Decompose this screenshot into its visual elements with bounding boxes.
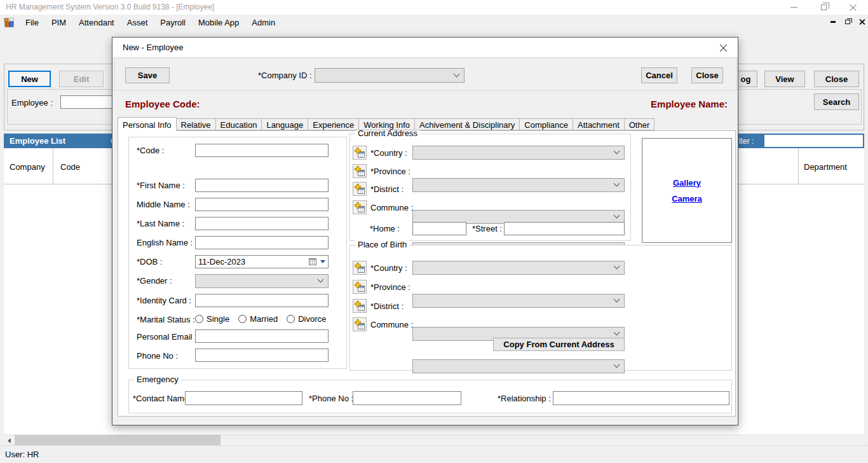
contact-name-input[interactable] [185, 391, 302, 405]
dialog-titlebar[interactable]: New - Employee [112, 38, 738, 57]
add-lookup-button[interactable] [353, 317, 367, 331]
gallery-link[interactable]: Gallery [673, 178, 701, 188]
emergency-phone-input[interactable] [353, 391, 461, 405]
current-province-select[interactable] [412, 178, 625, 192]
add-record-icon [355, 184, 365, 194]
place-of-birth-groupbox: Place of Birth *Country : [349, 245, 732, 371]
search-button[interactable]: Search [814, 93, 859, 110]
country-label: *Country : [370, 148, 407, 158]
horizontal-scrollbar[interactable] [4, 434, 864, 445]
radio-single-label[interactable]: Single [207, 314, 229, 324]
identity-card-label: *Identity Card : [137, 296, 191, 305]
add-record-icon [355, 282, 365, 292]
tab-relative[interactable]: Relative [176, 118, 216, 130]
restore-icon[interactable] [813, 0, 834, 15]
first-name-input[interactable] [195, 179, 329, 192]
tab-experience[interactable]: Experience [308, 118, 359, 130]
calendar-dropdown-icon[interactable] [320, 260, 325, 263]
phone-no-input[interactable] [195, 349, 329, 362]
identity-card-input[interactable] [195, 294, 329, 307]
tab-education[interactable]: Education [215, 118, 262, 130]
dialog-close-button[interactable]: Close [691, 67, 723, 83]
statusbar: User: HR [0, 445, 868, 463]
birth-province-select[interactable] [412, 294, 625, 308]
commune-label: Commune : [370, 203, 413, 212]
middle-name-input[interactable] [195, 198, 329, 211]
menu-item-payroll[interactable]: Payroll [154, 16, 192, 29]
last-name-input[interactable] [195, 217, 329, 230]
tab-compliance[interactable]: Compliance [519, 118, 573, 130]
add-record-icon [355, 148, 365, 158]
radio-married[interactable] [238, 315, 247, 323]
close-icon[interactable] [842, 0, 864, 15]
radio-married-label[interactable]: Married [250, 314, 278, 324]
first-name-label: *First Name : [137, 181, 185, 190]
current-country-select[interactable] [412, 146, 625, 160]
radio-divorce[interactable] [287, 315, 295, 323]
menubar: File PIM Attendant Asset Payroll Mobile … [0, 15, 868, 30]
save-button[interactable]: Save [125, 67, 170, 83]
camera-link[interactable]: Camera [672, 194, 702, 204]
scroll-left-icon[interactable] [4, 435, 15, 446]
minimize-icon[interactable] [783, 0, 804, 15]
chevron-down-icon [454, 71, 460, 77]
window-title: HR Management System Version 3.0 Build 9… [6, 3, 214, 11]
edit-button[interactable]: Edit [59, 71, 104, 87]
birth-country-select[interactable] [412, 261, 625, 275]
column-header-code[interactable]: Code [60, 162, 80, 172]
employee-code-label: Employee Code: [125, 99, 200, 109]
tab-personal-info[interactable]: Personal Info [118, 117, 177, 131]
mdi-minimize-icon[interactable] [828, 17, 837, 27]
menu-item-pim[interactable]: PIM [45, 16, 72, 29]
middle-name-label: Middle Name : [137, 200, 190, 209]
menu-item-file[interactable]: File [19, 16, 45, 29]
copy-from-current-address-button[interactable]: Copy From Current Address [493, 338, 625, 351]
column-header-company[interactable]: Company [10, 162, 45, 172]
tab-language[interactable]: Language [261, 118, 308, 130]
close-button[interactable]: Close [814, 71, 859, 87]
add-lookup-button[interactable] [353, 164, 367, 178]
relationship-input[interactable] [553, 391, 729, 405]
close-icon[interactable] [717, 42, 729, 53]
menu-item-admin[interactable]: Admin [245, 16, 281, 29]
dob-datepicker[interactable]: 11-Dec-2023 [195, 255, 329, 268]
filter-input[interactable] [764, 135, 863, 147]
cancel-button[interactable]: Cancel [641, 67, 677, 83]
radio-single[interactable] [195, 315, 203, 323]
app-window: HR Management System Version 3.0 Build 9… [0, 0, 868, 463]
code-input[interactable] [195, 144, 329, 157]
add-lookup-button[interactable] [353, 299, 367, 313]
mdi-close-icon[interactable] [857, 17, 867, 27]
add-lookup-button[interactable] [353, 182, 367, 196]
personal-email-input[interactable] [195, 329, 329, 343]
menu-item-mobile-app[interactable]: Mobile App [192, 16, 245, 29]
gender-select[interactable] [195, 274, 329, 288]
menu-item-attendant[interactable]: Attendant [72, 16, 121, 29]
column-divider [53, 148, 53, 184]
menu-item-asset[interactable]: Asset [121, 16, 154, 29]
dialog-title: New - Employee [123, 43, 183, 52]
birth-commune-select[interactable] [412, 359, 625, 373]
tab-working-info[interactable]: Working Info [358, 118, 415, 130]
add-lookup-button[interactable] [353, 261, 367, 275]
english-name-input[interactable] [195, 236, 329, 249]
column-header-department[interactable]: Department [804, 162, 847, 172]
chevron-down-icon [614, 329, 620, 336]
add-record-icon [355, 166, 365, 176]
add-lookup-button[interactable] [353, 200, 367, 214]
tab-other[interactable]: Other [624, 118, 655, 130]
company-id-select[interactable] [315, 68, 465, 83]
tab-achivement-disciplinary[interactable]: Achivement & Disciplinary [414, 118, 520, 130]
radio-divorce-label[interactable]: Divorce [298, 314, 326, 324]
tab-attachment[interactable]: Attachment [573, 118, 625, 130]
employee-search-input[interactable] [60, 95, 114, 109]
street-input[interactable] [504, 222, 625, 235]
scrollbar-thumb[interactable] [15, 435, 220, 446]
add-lookup-button[interactable] [353, 280, 367, 294]
main-titlebar[interactable]: HR Management System Version 3.0 Build 9… [0, 0, 868, 15]
view-button[interactable]: View [764, 71, 805, 87]
new-button[interactable]: New [8, 71, 51, 87]
add-lookup-button[interactable] [353, 146, 367, 160]
home-input[interactable] [412, 222, 466, 235]
mdi-restore-icon[interactable] [843, 17, 852, 27]
